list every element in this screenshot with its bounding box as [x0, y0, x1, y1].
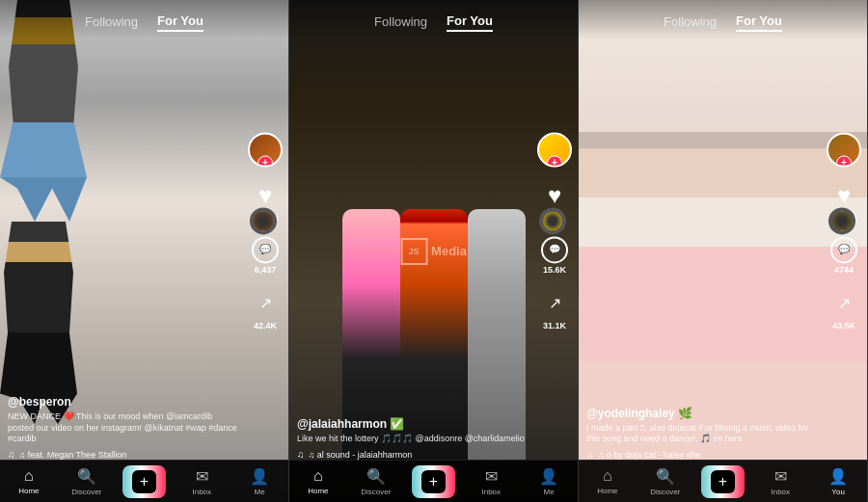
share-button-2[interactable]: ↗ — [539, 288, 570, 319]
watermark-text: Media — [431, 244, 467, 258]
add-button-1[interactable]: + — [122, 465, 166, 498]
add-button-3[interactable]: + — [701, 465, 745, 498]
share-button-3[interactable]: ↗ — [828, 288, 859, 319]
bottom-nav-2: ⌂ Home 🔍 Discover + ✉ Inbox 👤 Me — [289, 460, 578, 502]
share-count-1: 42.4K — [254, 321, 277, 330]
description-2: Like we hit the lottery 🎵🎵🎵 @addisonre @… — [297, 434, 529, 445]
sound-row-3: ♫ ♫ o by doja cat - haley she — [586, 449, 819, 460]
music-note-3: ♫ — [586, 449, 594, 460]
following-tab-3[interactable]: Following — [664, 13, 717, 31]
nav-add-1[interactable]: + — [116, 465, 174, 498]
comment-icon-3: 💬 — [838, 244, 850, 254]
home-label-1: Home — [18, 487, 39, 495]
discover-label-3: Discover — [650, 488, 680, 496]
sound-text-3: ♫ o by doja cat - haley she — [598, 450, 701, 460]
sound-row-1: ♫ ♫ feat. Megan Thee Stallion — [8, 449, 240, 460]
nav-add-3[interactable]: + — [694, 465, 752, 498]
home-label-2: Home — [308, 487, 328, 495]
comment-button-3[interactable]: 💬 — [830, 236, 857, 263]
heart-icon-3: ♥ — [837, 182, 851, 209]
nav-discover-2[interactable]: 🔍 Discover — [347, 467, 405, 496]
share-count-3: 43.5K — [832, 321, 855, 330]
add-button-2[interactable]: + — [412, 465, 455, 498]
me-icon-2: 👤 — [539, 467, 558, 486]
dancer-group-2 — [289, 151, 578, 460]
follow-plus-1[interactable]: + — [258, 155, 273, 167]
for-you-tab-3[interactable]: For You — [736, 12, 782, 32]
dancer-figure-2 — [0, 222, 77, 424]
me-label-1: Me — [255, 488, 265, 496]
sound-text-2: ♫ al sound - jalaiahharmon — [309, 450, 413, 460]
nav-me-1[interactable]: 👤 Me — [231, 467, 288, 496]
nav-discover-1[interactable]: 🔍 Discover — [58, 467, 116, 496]
nav-home-1[interactable]: ⌂ Home — [0, 467, 58, 495]
share-icon-3: ↗ — [838, 294, 851, 312]
comment-button-2[interactable]: 💬 — [541, 236, 568, 263]
sound-text-1: ♫ feat. Megan Thee Stallion — [19, 450, 127, 460]
watermark: JS Media — [400, 238, 467, 265]
nav-home-2[interactable]: ⌂ Home — [289, 467, 347, 495]
avatar-1[interactable]: + — [248, 132, 283, 167]
comment-group-3: 💬 4744 — [830, 236, 857, 275]
following-tab-1[interactable]: Following — [85, 13, 138, 31]
username-2[interactable]: @jalaiahharmon ✅ — [297, 417, 529, 431]
top-nav-2: Following For You — [289, 0, 578, 40]
avatar-2[interactable]: + — [537, 132, 572, 167]
nav-inbox-3[interactable]: ✉ Inbox — [751, 467, 809, 496]
panel-3: Following For You + ♥ 948.3k 💬 4744 ↗ 43… — [579, 0, 868, 502]
for-you-tab-2[interactable]: For You — [447, 12, 493, 32]
username-1[interactable]: @besperon — [8, 395, 240, 409]
follow-plus-2[interactable]: + — [547, 155, 562, 167]
heart-icon-2: ♥ — [548, 182, 561, 209]
share-button-1[interactable]: ↗ — [250, 288, 281, 319]
avatar-group-1: + — [248, 132, 283, 167]
inbox-label-3: Inbox — [772, 488, 791, 496]
bottom-info-2: @jalaiahharmon ✅ Like we hit the lottery… — [297, 417, 529, 460]
heart-icon-1: ♥ — [258, 182, 272, 209]
home-icon-1: ⌂ — [24, 467, 34, 485]
nav-me-2[interactable]: 👤 Me — [520, 467, 578, 496]
following-tab-2[interactable]: Following — [374, 13, 427, 31]
inbox-label-1: Inbox — [193, 488, 212, 496]
watermark-box: JS — [400, 238, 427, 265]
nav-discover-3[interactable]: 🔍 Discover — [637, 467, 694, 496]
sound-row-2: ♫ ♫ al sound - jalaiahharmon — [297, 449, 529, 460]
nav-inbox-2[interactable]: ✉ Inbox — [462, 467, 520, 496]
add-icon-2: + — [421, 470, 446, 493]
inbox-icon-2: ✉ — [485, 467, 498, 486]
me-icon-1: 👤 — [250, 467, 269, 486]
username-3[interactable]: @yodelinghaley 🌿 — [586, 407, 819, 420]
music-note-1: ♫ — [8, 449, 15, 460]
avatar-group-2: + — [537, 132, 572, 167]
nav-add-2[interactable]: + — [405, 465, 463, 498]
bottom-nav-1: ⌂ Home 🔍 Discover + ✉ Inbox 👤 Me — [0, 460, 288, 502]
comment-group-1: 💬 6,437 — [252, 236, 279, 275]
nav-home-3[interactable]: ⌂ Home — [579, 467, 637, 495]
share-icon-1: ↗ — [259, 294, 272, 312]
nav-you-3[interactable]: 👤 You — [809, 467, 867, 496]
home-icon-2: ⌂ — [313, 467, 323, 485]
for-you-tab-1[interactable]: For You — [157, 12, 203, 32]
share-group-2: ↗ 31.1K — [539, 288, 570, 330]
add-icon-3: + — [711, 470, 735, 493]
add-icon-1: + — [132, 470, 156, 493]
action-buttons-1: + ♥ 541.7k 💬 6,437 ↗ 42.4K — [248, 132, 283, 330]
top-nav-1: Following For You — [0, 0, 288, 40]
panel-2: JS Media Following For You + ♥ 1.5M 💬 15… — [289, 0, 579, 502]
avatar-3[interactable]: + — [827, 132, 861, 167]
me-label-2: Me — [544, 488, 555, 496]
discover-icon-2: 🔍 — [366, 467, 386, 486]
bottom-info-3: @yodelinghaley 🌿 I made a part 2, also d… — [586, 407, 819, 460]
share-count-2: 31.1K — [543, 321, 566, 330]
nav-inbox-1[interactable]: ✉ Inbox — [173, 467, 231, 496]
comment-button-1[interactable]: 💬 — [252, 236, 279, 263]
music-note-2: ♫ — [297, 449, 305, 460]
top-nav-3: Following For You — [579, 0, 867, 40]
music-disc-2 — [539, 207, 566, 234]
discover-label-2: Discover — [361, 488, 391, 496]
comment-count-2: 15.6K — [543, 265, 566, 275]
follow-plus-3[interactable]: + — [836, 155, 852, 167]
comment-group-2: 💬 15.6K — [541, 236, 568, 275]
description-3: I made a part 2, also dojacat if ur film… — [586, 423, 819, 445]
share-group-1: ↗ 42.4K — [250, 288, 281, 330]
